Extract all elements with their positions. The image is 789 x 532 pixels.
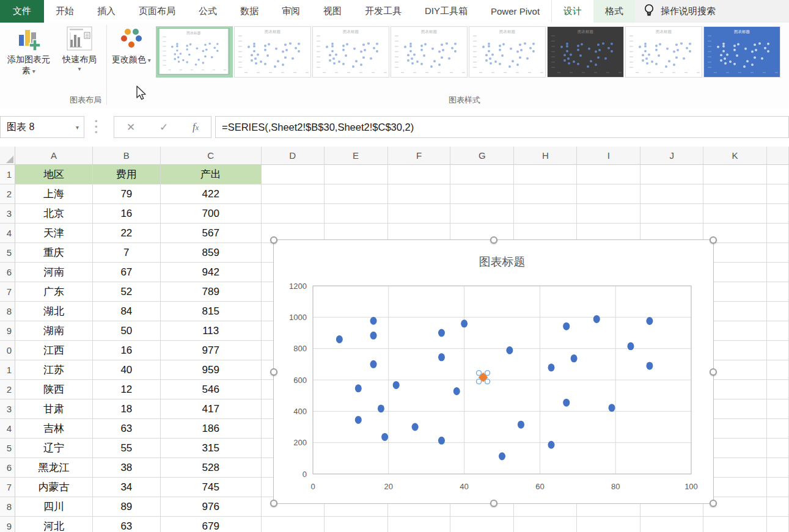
- row-header[interactable]: 3: [0, 399, 15, 419]
- data-point[interactable]: [412, 423, 419, 431]
- cell[interactable]: 广东: [15, 282, 93, 302]
- chart-style-thumb-5[interactable]: 图表标题: [469, 26, 546, 78]
- cell[interactable]: 费用: [93, 165, 161, 184]
- data-point[interactable]: [355, 416, 362, 424]
- cell[interactable]: 113: [161, 321, 262, 341]
- cell[interactable]: [703, 184, 767, 204]
- cell[interactable]: 700: [161, 204, 262, 224]
- tab-design[interactable]: 设计: [551, 0, 593, 23]
- chart-style-thumb-4[interactable]: 图表标题: [391, 26, 468, 78]
- tab-format[interactable]: 格式: [593, 0, 635, 23]
- cell[interactable]: 315: [161, 439, 262, 458]
- cell[interactable]: [767, 478, 789, 497]
- formula-bar-input[interactable]: =SERIES(,Sheet2!$B$30,Sheet2!$C$30,2): [215, 116, 789, 138]
- row-header[interactable]: 4: [0, 224, 15, 243]
- tab-4[interactable]: 公式: [187, 0, 229, 23]
- cell[interactable]: [450, 165, 514, 184]
- name-box-dropdown-icon[interactable]: ▾: [76, 124, 79, 131]
- row-header[interactable]: 6: [0, 458, 15, 478]
- data-point[interactable]: [461, 319, 468, 327]
- cell[interactable]: 内蒙古: [15, 478, 93, 497]
- cell[interactable]: 江苏: [15, 360, 93, 380]
- cell[interactable]: [767, 439, 789, 458]
- cell[interactable]: 7: [93, 243, 161, 263]
- data-point[interactable]: [499, 452, 505, 460]
- cell[interactable]: [767, 360, 789, 380]
- cell[interactable]: 陕西: [15, 380, 93, 399]
- cell[interactable]: 63: [93, 419, 161, 439]
- data-point[interactable]: [506, 346, 513, 354]
- column-header-G[interactable]: G: [450, 147, 514, 165]
- cell[interactable]: [767, 243, 789, 263]
- cell[interactable]: [514, 184, 577, 204]
- cell[interactable]: [450, 204, 514, 224]
- data-point[interactable]: [571, 354, 578, 362]
- column-header-D[interactable]: D: [262, 147, 325, 165]
- chart-style-thumb-6[interactable]: 图表标题: [547, 26, 624, 78]
- row-header[interactable]: 5: [0, 439, 15, 458]
- data-point[interactable]: [438, 329, 445, 337]
- cell[interactable]: 河南: [15, 263, 93, 282]
- cell[interactable]: [767, 399, 789, 419]
- cell[interactable]: 528: [161, 458, 262, 478]
- cell[interactable]: 417: [161, 399, 262, 419]
- row-header[interactable]: 6: [0, 263, 15, 282]
- cell[interactable]: [577, 517, 640, 532]
- cell[interactable]: 84: [93, 302, 161, 321]
- cell[interactable]: 四川: [15, 497, 93, 517]
- cell[interactable]: 河北: [15, 517, 93, 532]
- cell[interactable]: [388, 517, 451, 532]
- data-point[interactable]: [609, 404, 615, 412]
- cell[interactable]: [767, 224, 789, 243]
- cell[interactable]: [767, 458, 789, 478]
- cell[interactable]: 55: [93, 439, 161, 458]
- cell[interactable]: [767, 497, 789, 517]
- data-point[interactable]: [593, 315, 600, 323]
- cell[interactable]: [767, 302, 789, 321]
- data-point[interactable]: [646, 317, 653, 325]
- chart-resize-handle[interactable]: [710, 368, 717, 376]
- cell[interactable]: [640, 184, 703, 204]
- enter-icon[interactable]: ✓: [160, 121, 168, 134]
- tell-me-search[interactable]: 操作说明搜索: [635, 0, 789, 23]
- data-point[interactable]: [548, 363, 554, 371]
- cell[interactable]: [767, 263, 789, 282]
- cell[interactable]: [640, 204, 703, 224]
- cell[interactable]: [325, 517, 388, 532]
- tab-9[interactable]: DIY工具箱: [413, 0, 479, 23]
- cell[interactable]: [262, 204, 325, 224]
- cell[interactable]: 34: [93, 478, 161, 497]
- row-header[interactable]: 2: [0, 184, 15, 204]
- cell[interactable]: 79: [93, 184, 161, 204]
- column-header-I[interactable]: I: [577, 147, 640, 165]
- cell[interactable]: [767, 380, 789, 399]
- cell[interactable]: 977: [161, 341, 262, 360]
- row-header[interactable]: 5: [0, 243, 15, 263]
- cell[interactable]: [767, 184, 789, 204]
- cell[interactable]: 567: [161, 224, 262, 243]
- row-header[interactable]: 8: [0, 497, 15, 517]
- insert-function-icon[interactable]: fx: [193, 121, 199, 133]
- cell[interactable]: [640, 517, 703, 532]
- chart-style-thumb-3[interactable]: 图表标题: [312, 26, 389, 78]
- tab-6[interactable]: 审阅: [270, 0, 312, 23]
- chart-object[interactable]: 020040060080010001200020406080100图表标题: [273, 239, 714, 504]
- data-point[interactable]: [336, 335, 343, 343]
- scatter-chart[interactable]: 020040060080010001200020406080100图表标题: [274, 240, 713, 503]
- add-chart-element-button[interactable]: 添加图表元素 ▾: [4, 26, 54, 76]
- cell[interactable]: 16: [93, 341, 161, 360]
- cell[interactable]: [450, 184, 514, 204]
- cell[interactable]: 22: [93, 224, 161, 243]
- cell[interactable]: 18: [93, 399, 161, 419]
- chart-resize-handle[interactable]: [270, 236, 277, 244]
- cell[interactable]: 地区: [15, 165, 93, 184]
- cell[interactable]: 38: [93, 458, 161, 478]
- row-header[interactable]: 3: [0, 204, 15, 224]
- tab-10[interactable]: Power Pivot: [479, 0, 551, 23]
- column-header-C[interactable]: C: [161, 147, 262, 165]
- row-header[interactable]: 7: [0, 478, 15, 497]
- cancel-icon[interactable]: ✕: [127, 121, 135, 134]
- data-point[interactable]: [370, 360, 377, 368]
- selected-data-point[interactable]: [477, 371, 490, 384]
- tab-8[interactable]: 开发工具: [353, 0, 413, 23]
